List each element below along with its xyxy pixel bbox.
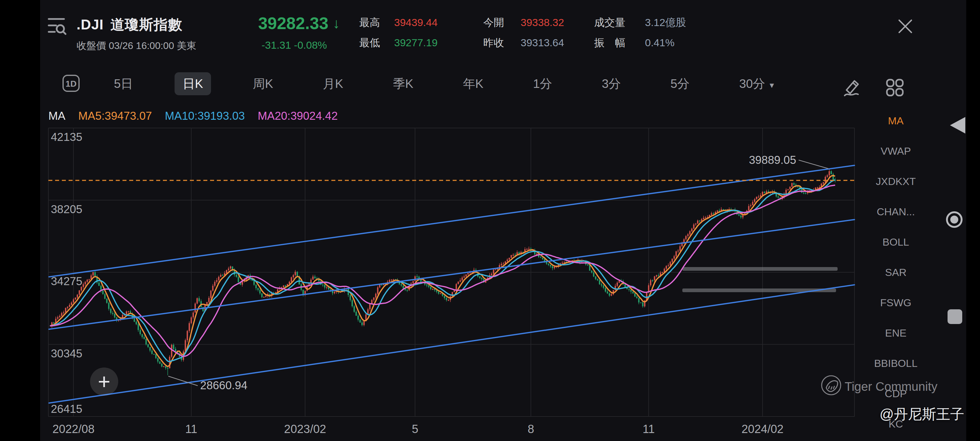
- ma10-value: MA10:39193.03: [165, 110, 245, 123]
- indicator-item-ene[interactable]: ENE: [858, 318, 934, 348]
- stat-prev-close-value: 39313.64: [520, 35, 564, 49]
- stat-amplitude-value: 0.41%: [645, 35, 675, 49]
- svg-text:38205: 38205: [51, 203, 83, 216]
- stat-volume: 成交量3.12億股: [594, 15, 686, 29]
- indicator-item-bbiboll[interactable]: BBIBOLL: [858, 348, 934, 379]
- record-circle-icon[interactable]: [945, 210, 964, 229]
- ma-lines: [50, 175, 835, 366]
- indicator-item-jxdkxt[interactable]: JXDKXT: [858, 166, 934, 197]
- stat-open-value: 39338.32: [520, 15, 564, 29]
- stat-volume-label: 成交量: [594, 15, 645, 29]
- draw-tools-icon[interactable]: [842, 76, 863, 97]
- tab-3m[interactable]: 3分: [594, 72, 629, 95]
- indicator-layout-grid-icon[interactable]: [885, 77, 905, 98]
- stat-prev-close: 昨收39313.64: [483, 35, 594, 49]
- tab-1qk[interactable]: 季K: [385, 72, 422, 95]
- svg-text:42135: 42135: [51, 131, 83, 143]
- svg-text:5: 5: [412, 423, 418, 436]
- tab-1yk[interactable]: 年K: [455, 72, 492, 95]
- stat-high-label: 最高: [359, 15, 394, 29]
- stat-amplitude-label: 振 幅: [594, 35, 645, 49]
- ma5-value: MA5:39473.07: [78, 110, 152, 123]
- tab-1m[interactable]: 1分: [525, 72, 560, 95]
- indicator-item-fswg[interactable]: FSWG: [858, 288, 934, 318]
- chart-grid: [48, 128, 854, 417]
- tiger-logo-icon: [820, 374, 842, 396]
- highlight-bars: [682, 267, 838, 292]
- price-down-arrow-icon: ↓: [332, 15, 340, 32]
- indicator-item-chan[interactable]: CHAN...: [858, 197, 934, 227]
- tab-1wk[interactable]: 周K: [245, 72, 281, 95]
- tab-1dk[interactable]: 日K: [175, 72, 211, 95]
- close-icon[interactable]: [896, 17, 915, 35]
- interval-tab-bar: 5日日K周K月K季K年K1分3分5分30分▼: [106, 72, 783, 96]
- svg-text:2023/02: 2023/02: [284, 423, 326, 436]
- stat-low-label: 最低: [359, 35, 394, 49]
- ma-legend: MA MA5:39473.07 MA10:39193.03 MA20:39024…: [48, 110, 338, 123]
- collapse-panel-icon[interactable]: [948, 116, 967, 135]
- svg-text:26415: 26415: [51, 403, 83, 415]
- zoom-in-button[interactable]: +: [90, 368, 118, 396]
- stat-open-label: 今開: [483, 15, 520, 29]
- indicator-item-sar[interactable]: SAR: [858, 257, 934, 288]
- stat-low: 最低39277.19: [359, 35, 483, 49]
- svg-text:11: 11: [185, 423, 197, 436]
- symbol-name: 道瓊斯指數: [110, 15, 182, 34]
- indicator-item-ma[interactable]: MA: [858, 106, 934, 136]
- tab-5m[interactable]: 5分: [662, 72, 697, 95]
- ma10-line: [50, 180, 835, 362]
- session-status: 收盤價 03/26 16:00:00 美東: [76, 39, 196, 53]
- tab-5d[interactable]: 5日: [106, 72, 141, 95]
- tab-1mk[interactable]: 月K: [315, 72, 351, 95]
- stat-high: 最高39439.44: [359, 15, 483, 29]
- indicator-item-vwap[interactable]: VWAP: [858, 136, 934, 166]
- watchlist-search-icon[interactable]: [47, 15, 68, 37]
- symbol-row: .DJI 道瓊斯指數: [76, 15, 182, 34]
- price-annotations: 39889.0528660.94: [169, 154, 829, 392]
- last-price: 39282.33: [258, 13, 328, 33]
- stat-low-value: 39277.19: [394, 35, 438, 49]
- last-price-row: 39282.33 ↓: [258, 13, 340, 33]
- interval-dropdown[interactable]: 30分▼: [731, 72, 783, 95]
- low-annotation: 28660.94: [200, 379, 247, 392]
- high-annotation: 39889.05: [749, 154, 796, 166]
- range-1d-label: 1D: [65, 79, 76, 89]
- ma5-line: [50, 175, 835, 366]
- stat-amplitude: 振 幅0.41%: [594, 35, 686, 49]
- svg-text:34275: 34275: [51, 275, 83, 288]
- stat-open: 今開39338.32: [483, 15, 594, 29]
- interval-dropdown-label: 30分: [739, 77, 765, 90]
- indicator-item-boll[interactable]: BOLL: [858, 227, 934, 257]
- range-1d-button[interactable]: 1D: [62, 74, 80, 92]
- symbol-code: .DJI: [76, 16, 103, 33]
- svg-text:2024/02: 2024/02: [741, 423, 783, 436]
- svg-text:11: 11: [643, 423, 654, 436]
- quote-stats-grid: 最高39439.44今開39338.32成交量3.12億股最低39277.19昨…: [359, 15, 686, 49]
- ma-legend-title: MA: [48, 110, 65, 123]
- watermark-brand: Tiger Community: [845, 380, 937, 393]
- svg-text:8: 8: [528, 423, 534, 436]
- stat-high-value: 39439.44: [394, 15, 438, 29]
- chevron-down-icon: ▼: [768, 81, 775, 89]
- ma20-value: MA20:39024.42: [258, 110, 337, 123]
- stop-square-icon[interactable]: [948, 309, 962, 324]
- price-change: -31.31 -0.08%: [261, 39, 327, 51]
- stat-prev-close-label: 昨收: [483, 35, 520, 49]
- x-axis-labels: 2022/08112023/0258112024/02: [52, 423, 783, 436]
- svg-text:2022/08: 2022/08: [52, 423, 94, 436]
- watermark-username: @丹尼斯王子: [880, 405, 964, 424]
- stat-volume-value: 3.12億股: [645, 15, 686, 29]
- svg-text:30345: 30345: [51, 347, 83, 360]
